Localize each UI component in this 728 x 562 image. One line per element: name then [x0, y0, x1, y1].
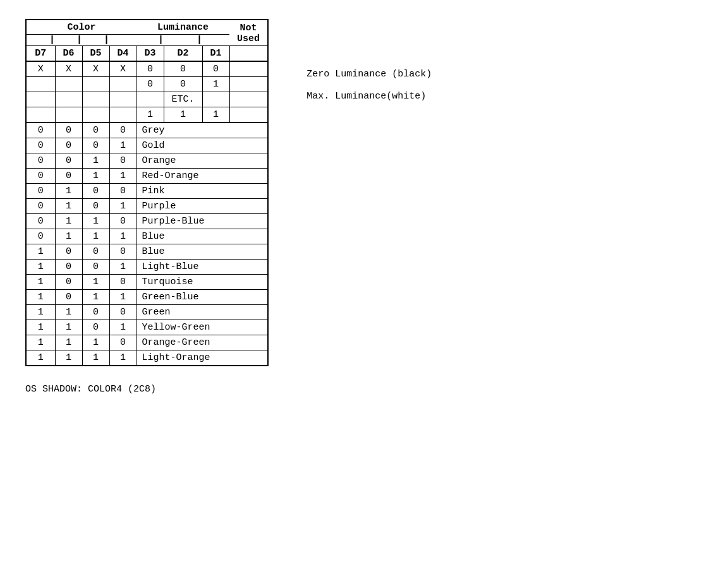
lum-d1-1: 1 [202, 77, 229, 92]
color-d7-2: 0 [26, 153, 55, 169]
color-row: 0010Orange [26, 153, 268, 169]
lum-d4-3 [109, 107, 136, 123]
color-d4-7: 1 [109, 229, 136, 244]
not-used-header: NotUsed [229, 20, 268, 46]
color-name-14: Orange-Green [136, 335, 268, 350]
lum-d5-3 [82, 107, 109, 123]
color-d7-13: 1 [26, 320, 55, 335]
pipe-d5: | [82, 35, 109, 46]
color-row: 0111Blue [26, 229, 268, 244]
luminance-row: 001 [26, 77, 268, 92]
lum-notused-1 [229, 77, 268, 92]
color-row: 1101Yellow-Green [26, 320, 268, 335]
color-d4-2: 0 [109, 153, 136, 169]
side-notes: Zero Luminance (black)Max. Luminance(whi… [269, 19, 432, 104]
lum-d3-1: 0 [136, 77, 164, 92]
color-d4-10: 0 [109, 275, 136, 290]
footer-label: OS SHADOW: COLOR4 (2C8) [25, 384, 703, 395]
lum-d7-3 [26, 107, 55, 123]
color-d7-1: 0 [26, 138, 55, 153]
pipe-d1-empty [202, 35, 229, 46]
color-d6-13: 1 [55, 320, 82, 335]
lum-d6-3 [55, 107, 82, 123]
lum-d7-0: X [26, 61, 55, 77]
color-d7-6: 0 [26, 214, 55, 229]
color-d5-2: 1 [82, 153, 109, 169]
color-d4-6: 0 [109, 214, 136, 229]
note-text: Zero Luminance (black) [294, 67, 432, 81]
color-d6-2: 0 [55, 153, 82, 169]
color-d7-11: 1 [26, 290, 55, 305]
lum-notused-2 [229, 92, 268, 107]
luminance-body: XXXX000001ETC.111 [26, 61, 268, 123]
lum-d2-0: 0 [164, 61, 202, 77]
th-d5: D5 [82, 46, 109, 62]
lum-notused-3 [229, 107, 268, 123]
lum-d5-2 [82, 92, 109, 107]
pipe-d3: | [136, 35, 164, 46]
color-name-3: Red-Orange [136, 169, 268, 184]
th-d2: D2 [164, 46, 202, 62]
page-container: Color Luminance NotUsed | | | | | [25, 19, 703, 395]
color-d4-5: 1 [109, 199, 136, 214]
color-d7-10: 1 [26, 275, 55, 290]
color-d6-7: 1 [55, 229, 82, 244]
col-header-row: D7 D6 D5 D4 D3 D2 D1 [26, 46, 268, 62]
color-d7-3: 0 [26, 169, 55, 184]
lum-d6-0: X [55, 61, 82, 77]
color-d4-15: 1 [109, 350, 136, 366]
color-d6-14: 1 [55, 335, 82, 350]
color-d7-7: 0 [26, 229, 55, 244]
th-d1: D1 [202, 46, 229, 62]
color-d6-5: 1 [55, 199, 82, 214]
color-d4-12: 0 [109, 305, 136, 320]
color-row: 1110Orange-Green [26, 335, 268, 350]
lum-d1-3: 1 [202, 107, 229, 123]
color-d6-4: 1 [55, 184, 82, 199]
color-row: 1001Light-Blue [26, 260, 268, 275]
color-name-8: Blue [136, 244, 268, 260]
color-d4-0: 0 [109, 123, 136, 138]
color-name-2: Orange [136, 153, 268, 169]
color-name-1: Gold [136, 138, 268, 153]
lum-d5-1 [82, 77, 109, 92]
color-name-11: Green-Blue [136, 290, 268, 305]
color-d7-4: 0 [26, 184, 55, 199]
lum-d6-1 [55, 77, 82, 92]
color-d7-12: 1 [26, 305, 55, 320]
color-d5-0: 0 [82, 123, 109, 138]
main-layout: Color Luminance NotUsed | | | | | [25, 19, 703, 366]
lum-d1-2 [202, 92, 229, 107]
color-d4-3: 1 [109, 169, 136, 184]
color-d6-10: 0 [55, 275, 82, 290]
lum-d2-1: 0 [164, 77, 202, 92]
color-d4-14: 0 [109, 335, 136, 350]
color-d5-8: 0 [82, 244, 109, 260]
color-d6-15: 1 [55, 350, 82, 366]
luminance-row: 111 [26, 107, 268, 123]
color-row: 0100Pink [26, 184, 268, 199]
color-d5-14: 1 [82, 335, 109, 350]
pipe-d6: | [55, 35, 82, 46]
color-d7-5: 0 [26, 199, 55, 214]
color-d4-9: 1 [109, 260, 136, 275]
main-table: Color Luminance NotUsed | | | | | [25, 19, 269, 366]
lum-d4-0: X [109, 61, 136, 77]
lum-d3-2 [136, 92, 164, 107]
luminance-row: ETC. [26, 92, 268, 107]
color-d5-4: 0 [82, 184, 109, 199]
color-d4-4: 0 [109, 184, 136, 199]
color-name-6: Purple-Blue [136, 214, 268, 229]
color-d4-1: 1 [109, 138, 136, 153]
th-d3: D3 [136, 46, 164, 62]
lum-notused-0 [229, 61, 268, 77]
color-d6-6: 1 [55, 214, 82, 229]
color-d6-8: 0 [55, 244, 82, 260]
section-label-row: Color Luminance NotUsed [26, 20, 268, 35]
lum-d2-2: ETC. [164, 92, 202, 107]
note-text: Max. Luminance(white) [294, 89, 432, 104]
color-d4-8: 0 [109, 244, 136, 260]
th-d6: D6 [55, 46, 82, 62]
color-d5-15: 1 [82, 350, 109, 366]
color-row: 0011Red-Orange [26, 169, 268, 184]
